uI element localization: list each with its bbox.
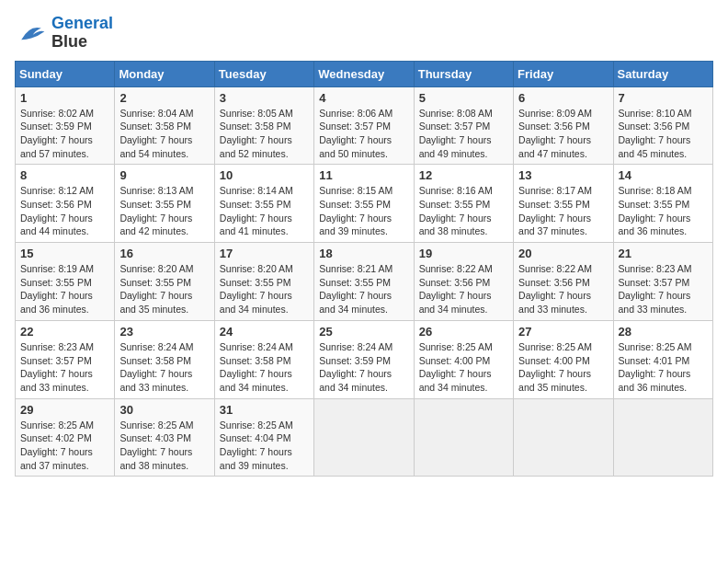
calendar-cell: [414, 398, 513, 477]
calendar-cell: 7 Sunrise: 8:10 AM Sunset: 3:56 PM Dayli…: [613, 86, 712, 165]
day-number: 11: [319, 168, 408, 182]
calendar-cell: 25 Sunrise: 8:24 AM Sunset: 3:59 PM Dayl…: [314, 320, 414, 398]
weekday-header-row: SundayMondayTuesdayWednesdayThursdayFrid…: [16, 61, 713, 86]
calendar-cell: 21 Sunrise: 8:23 AM Sunset: 3:57 PM Dayl…: [613, 243, 712, 321]
logo-text: GeneralBlue: [51, 15, 113, 52]
calendar-table: SundayMondayTuesdayWednesdayThursdayFrid…: [15, 61, 713, 477]
calendar-cell: 13 Sunrise: 8:17 AM Sunset: 3:55 PM Dayl…: [514, 165, 613, 243]
day-number: 8: [20, 168, 109, 182]
weekday-header-saturday: Saturday: [613, 61, 712, 86]
calendar-cell: 31 Sunrise: 8:25 AM Sunset: 4:04 PM Dayl…: [214, 398, 313, 477]
day-info: Sunrise: 8:10 AM Sunset: 3:56 PM Dayligh…: [619, 107, 708, 161]
day-info: Sunrise: 8:09 AM Sunset: 3:56 PM Dayligh…: [518, 107, 608, 161]
calendar-cell: 30 Sunrise: 8:25 AM Sunset: 4:03 PM Dayl…: [115, 398, 214, 477]
day-info: Sunrise: 8:04 AM Sunset: 3:58 PM Dayligh…: [119, 107, 209, 161]
calendar-cell: 28 Sunrise: 8:25 AM Sunset: 4:01 PM Dayl…: [613, 320, 712, 398]
weekday-header-sunday: Sunday: [16, 61, 115, 86]
day-number: 29: [20, 403, 109, 417]
day-info: Sunrise: 8:19 AM Sunset: 3:55 PM Dayligh…: [20, 262, 109, 316]
logo: GeneralBlue: [15, 15, 113, 52]
day-info: Sunrise: 8:24 AM Sunset: 3:58 PM Dayligh…: [119, 340, 209, 395]
calendar-cell: 24 Sunrise: 8:24 AM Sunset: 3:58 PM Dayl…: [214, 320, 313, 398]
calendar-week-5: 29 Sunrise: 8:25 AM Sunset: 4:02 PM Dayl…: [16, 398, 713, 477]
day-number: 3: [220, 91, 309, 105]
day-info: Sunrise: 8:05 AM Sunset: 3:58 PM Dayligh…: [220, 107, 309, 161]
day-number: 23: [119, 325, 209, 339]
calendar-cell: 17 Sunrise: 8:20 AM Sunset: 3:55 PM Dayl…: [214, 243, 313, 321]
day-number: 18: [319, 247, 408, 260]
day-number: 22: [20, 325, 109, 339]
day-number: 6: [518, 91, 608, 105]
day-info: Sunrise: 8:15 AM Sunset: 3:55 PM Dayligh…: [319, 184, 408, 238]
day-info: Sunrise: 8:25 AM Sunset: 4:01 PM Dayligh…: [619, 340, 708, 395]
day-info: Sunrise: 8:06 AM Sunset: 3:57 PM Dayligh…: [319, 107, 408, 161]
calendar-cell: 20 Sunrise: 8:22 AM Sunset: 3:56 PM Dayl…: [514, 243, 613, 321]
calendar-cell: 1 Sunrise: 8:02 AM Sunset: 3:59 PM Dayli…: [16, 86, 115, 165]
day-info: Sunrise: 8:25 AM Sunset: 4:02 PM Dayligh…: [20, 419, 109, 473]
day-info: Sunrise: 8:08 AM Sunset: 3:57 PM Dayligh…: [419, 107, 508, 161]
day-info: Sunrise: 8:14 AM Sunset: 3:55 PM Dayligh…: [220, 184, 309, 238]
calendar-cell: 10 Sunrise: 8:14 AM Sunset: 3:55 PM Dayl…: [214, 165, 313, 243]
day-number: 15: [20, 247, 109, 260]
day-info: Sunrise: 8:24 AM Sunset: 3:59 PM Dayligh…: [319, 340, 408, 395]
calendar-cell: 26 Sunrise: 8:25 AM Sunset: 4:00 PM Dayl…: [414, 320, 513, 398]
day-info: Sunrise: 8:12 AM Sunset: 3:56 PM Dayligh…: [20, 184, 109, 238]
calendar-cell: 19 Sunrise: 8:22 AM Sunset: 3:56 PM Dayl…: [414, 243, 513, 321]
calendar-week-3: 15 Sunrise: 8:19 AM Sunset: 3:55 PM Dayl…: [16, 243, 713, 321]
day-info: Sunrise: 8:24 AM Sunset: 3:58 PM Dayligh…: [220, 340, 309, 395]
weekday-header-tuesday: Tuesday: [214, 61, 313, 86]
day-number: 2: [119, 91, 209, 105]
calendar-cell: 11 Sunrise: 8:15 AM Sunset: 3:55 PM Dayl…: [314, 165, 414, 243]
logo-icon: [15, 17, 48, 50]
day-number: 30: [119, 403, 209, 417]
calendar-cell: [514, 398, 613, 477]
calendar-cell: 9 Sunrise: 8:13 AM Sunset: 3:55 PM Dayli…: [115, 165, 214, 243]
day-info: Sunrise: 8:25 AM Sunset: 4:00 PM Dayligh…: [518, 340, 608, 395]
calendar-cell: 4 Sunrise: 8:06 AM Sunset: 3:57 PM Dayli…: [314, 86, 414, 165]
calendar-week-2: 8 Sunrise: 8:12 AM Sunset: 3:56 PM Dayli…: [16, 165, 713, 243]
calendar-cell: 2 Sunrise: 8:04 AM Sunset: 3:58 PM Dayli…: [115, 86, 214, 165]
calendar-cell: 23 Sunrise: 8:24 AM Sunset: 3:58 PM Dayl…: [115, 320, 214, 398]
day-number: 16: [119, 247, 209, 260]
calendar-cell: 8 Sunrise: 8:12 AM Sunset: 3:56 PM Dayli…: [16, 165, 115, 243]
calendar-week-4: 22 Sunrise: 8:23 AM Sunset: 3:57 PM Dayl…: [16, 320, 713, 398]
weekday-header-friday: Friday: [514, 61, 613, 86]
calendar-cell: 22 Sunrise: 8:23 AM Sunset: 3:57 PM Dayl…: [16, 320, 115, 398]
calendar-cell: 18 Sunrise: 8:21 AM Sunset: 3:55 PM Dayl…: [314, 243, 414, 321]
day-number: 9: [119, 168, 209, 182]
day-number: 20: [518, 247, 608, 260]
day-number: 7: [619, 91, 708, 105]
calendar-cell: 27 Sunrise: 8:25 AM Sunset: 4:00 PM Dayl…: [514, 320, 613, 398]
day-info: Sunrise: 8:25 AM Sunset: 4:03 PM Dayligh…: [119, 419, 209, 473]
day-info: Sunrise: 8:21 AM Sunset: 3:55 PM Dayligh…: [319, 262, 408, 316]
day-info: Sunrise: 8:20 AM Sunset: 3:55 PM Dayligh…: [119, 262, 209, 316]
day-info: Sunrise: 8:22 AM Sunset: 3:56 PM Dayligh…: [419, 262, 508, 316]
day-info: Sunrise: 8:02 AM Sunset: 3:59 PM Dayligh…: [20, 107, 109, 161]
calendar-cell: 29 Sunrise: 8:25 AM Sunset: 4:02 PM Dayl…: [16, 398, 115, 477]
weekday-header-thursday: Thursday: [414, 61, 513, 86]
day-number: 17: [220, 247, 309, 260]
day-info: Sunrise: 8:20 AM Sunset: 3:55 PM Dayligh…: [220, 262, 309, 316]
day-number: 1: [20, 91, 109, 105]
day-number: 4: [319, 91, 408, 105]
calendar-cell: 14 Sunrise: 8:18 AM Sunset: 3:55 PM Dayl…: [613, 165, 712, 243]
day-info: Sunrise: 8:25 AM Sunset: 4:04 PM Dayligh…: [220, 419, 309, 473]
day-info: Sunrise: 8:23 AM Sunset: 3:57 PM Dayligh…: [20, 340, 109, 395]
weekday-header-wednesday: Wednesday: [314, 61, 414, 86]
calendar-cell: 3 Sunrise: 8:05 AM Sunset: 3:58 PM Dayli…: [214, 86, 313, 165]
day-info: Sunrise: 8:16 AM Sunset: 3:55 PM Dayligh…: [419, 184, 508, 238]
day-number: 27: [518, 325, 608, 339]
calendar-cell: [613, 398, 712, 477]
weekday-header-monday: Monday: [115, 61, 214, 86]
day-number: 13: [518, 168, 608, 182]
day-info: Sunrise: 8:17 AM Sunset: 3:55 PM Dayligh…: [518, 184, 608, 238]
day-number: 12: [419, 168, 508, 182]
day-number: 31: [220, 403, 309, 417]
day-number: 19: [419, 247, 508, 260]
day-number: 14: [619, 168, 708, 182]
day-number: 24: [220, 325, 309, 339]
calendar-cell: 15 Sunrise: 8:19 AM Sunset: 3:55 PM Dayl…: [16, 243, 115, 321]
day-number: 5: [419, 91, 508, 105]
day-info: Sunrise: 8:22 AM Sunset: 3:56 PM Dayligh…: [518, 262, 608, 316]
day-info: Sunrise: 8:23 AM Sunset: 3:57 PM Dayligh…: [619, 262, 708, 316]
